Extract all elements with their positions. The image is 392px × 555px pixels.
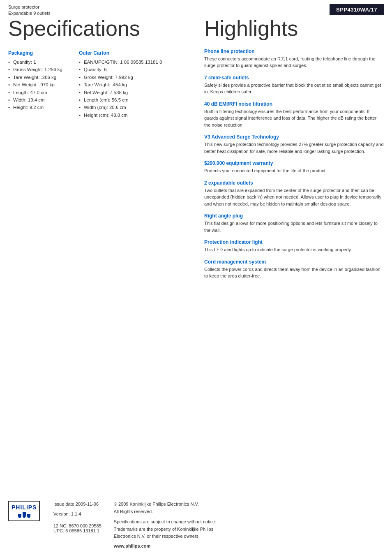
highlight-item: 40 dB EMI/RFI noise filtrationBuilt-in f… bbox=[204, 101, 384, 129]
left-header-area: Surge protector Expandable 9 outlets bbox=[8, 4, 51, 17]
nc-line: 12 NC: 8670 000 29585 bbox=[53, 523, 101, 528]
outer-carton-section: Outer Carton EAN/UPC/GTIN: 1 06 09585 13… bbox=[79, 50, 162, 119]
list-item: Length (cm): 56.5 cm bbox=[79, 96, 162, 104]
highlights-list: Phone line protectionThese connectors ac… bbox=[204, 49, 384, 280]
list-item: Width (cm): 20.6 cm bbox=[79, 104, 162, 111]
page-title: Specifications bbox=[8, 17, 188, 40]
list-item: Gross Weight: 7.992 kg bbox=[79, 74, 162, 81]
footer-issue-date: Issue date 2009-11-06 bbox=[53, 501, 101, 508]
upc-line: UPC: 6 09585 13181 1 bbox=[53, 528, 101, 533]
footer-version: Version: 1.1.4 bbox=[53, 511, 101, 518]
shield-left bbox=[18, 514, 21, 518]
highlight-heading: V3 Advanced Surge Technology bbox=[204, 134, 384, 140]
footer-copyright: © 2009 Koninklijke Philips Electronics N… bbox=[114, 501, 384, 515]
packaging-list: Quantity: 1Gross Weight: 1.256 kgTare We… bbox=[8, 58, 62, 111]
highlight-text: This new surge protection technology pro… bbox=[204, 141, 384, 155]
version-value: 1.1.4 bbox=[71, 511, 81, 516]
highlight-text: Safety slides provide a protective barri… bbox=[204, 82, 384, 95]
outer-carton-list: EAN/UPC/GTIN: 1 06 09585 13181 8Quantity… bbox=[79, 58, 162, 119]
highlight-heading: Right angle plug bbox=[204, 213, 384, 219]
issue-date-label: Issue date bbox=[53, 502, 74, 506]
shield-right bbox=[27, 514, 30, 518]
upc-label: UPC: bbox=[53, 528, 64, 533]
main-content: Specifications Packaging Quantity: 1Gros… bbox=[0, 17, 392, 285]
list-item: Width: 19.4 cm bbox=[8, 96, 62, 104]
highlights-title: Highlights bbox=[204, 17, 384, 40]
page-container: Surge protector Expandable 9 outlets SPP… bbox=[0, 0, 392, 555]
header-top-bar: Surge protector Expandable 9 outlets SPP… bbox=[0, 0, 392, 17]
specs-columns: Packaging Quantity: 1Gross Weight: 1.256… bbox=[8, 50, 188, 127]
highlight-item: 7 child-safe outletsSafety slides provid… bbox=[204, 75, 384, 95]
list-item: Length: 47.0 cm bbox=[8, 89, 62, 96]
highlight-text: This flat design allows for more positio… bbox=[204, 220, 384, 234]
left-column: Specifications Packaging Quantity: 1Gros… bbox=[8, 17, 196, 285]
footer: PHILIPS Issue date 2009-11-06 Version: 1… bbox=[0, 494, 392, 555]
highlight-heading: 7 child-safe outlets bbox=[204, 75, 384, 81]
list-item: Tare Weight: .454 kg bbox=[79, 81, 162, 88]
footer-disclaimer: Specifications are subject to change wit… bbox=[114, 518, 384, 540]
product-sub: Expandable 9 outlets bbox=[8, 10, 51, 16]
highlight-text: Protects your connected equipment for th… bbox=[204, 167, 384, 174]
nc-label: 12 NC: bbox=[53, 523, 67, 528]
list-item: Quantity: 1 bbox=[8, 58, 62, 66]
product-line: Surge protector bbox=[8, 4, 51, 10]
highlight-item: Protection indicator lightThis LED alert… bbox=[204, 239, 384, 253]
highlight-heading: Cord management system bbox=[204, 259, 384, 265]
highlight-item: Cord management systemCollects the power… bbox=[204, 259, 384, 280]
footer-metadata: Issue date 2009-11-06 Version: 1.1.4 12 … bbox=[53, 501, 101, 533]
list-item: Tare Weight: .286 kg bbox=[8, 74, 62, 81]
highlight-text: These connectors accommodate an RJ11 cor… bbox=[204, 56, 384, 69]
footer-right: © 2009 Koninklijke Philips Electronics N… bbox=[110, 501, 384, 548]
packaging-section: Packaging Quantity: 1Gross Weight: 1.256… bbox=[8, 50, 62, 119]
list-item: Net Weight: .970 kg bbox=[8, 81, 62, 88]
version-label: Version: bbox=[53, 511, 70, 516]
highlight-item: 2 expandable outletsTwo outlets that are… bbox=[204, 180, 384, 208]
nc-value: 8670 000 29585 bbox=[69, 523, 101, 528]
philips-logo-text: PHILIPS bbox=[12, 504, 37, 511]
list-item: Height: 9.2 cm bbox=[8, 104, 62, 111]
highlight-item: Phone line protectionThese connectors ac… bbox=[204, 49, 384, 69]
upc-value: 6 09585 13181 1 bbox=[65, 528, 99, 533]
footer-website: www.philips.com bbox=[114, 543, 384, 548]
highlight-heading: 40 dB EMI/RFI noise filtration bbox=[204, 101, 384, 107]
highlight-text: Built-in filtering technology ensures th… bbox=[204, 108, 384, 129]
outer-carton-heading: Outer Carton bbox=[79, 50, 162, 56]
philips-logo: PHILIPS bbox=[8, 501, 40, 521]
highlight-item: $200,000 equipment warrantyProtects your… bbox=[204, 160, 384, 174]
highlight-item: V3 Advanced Surge TechnologyThis new sur… bbox=[204, 134, 384, 155]
list-item: Gross Weight: 1.256 kg bbox=[8, 66, 62, 73]
packaging-heading: Packaging bbox=[8, 50, 62, 56]
list-item: EAN/UPC/GTIN: 1 06 09585 13181 8 bbox=[79, 58, 162, 66]
product-code: SPP4310WA/17 bbox=[330, 4, 384, 15]
footer-nc: 12 NC: 8670 000 29585 UPC: 6 09585 13181… bbox=[53, 523, 101, 533]
highlight-item: Right angle plugThis flat design allows … bbox=[204, 213, 384, 234]
highlight-heading: Phone line protection bbox=[204, 49, 384, 54]
highlight-heading: $200,000 equipment warranty bbox=[204, 160, 384, 166]
highlight-heading: Protection indicator light bbox=[204, 239, 384, 245]
list-item: Height (cm): 48.8 cm bbox=[79, 111, 162, 119]
highlight-text: Two outlets that are expanded from the c… bbox=[204, 187, 384, 208]
highlight-text: This LED alert lights up to indicate the… bbox=[204, 246, 384, 253]
list-item: Quantity: 6 bbox=[79, 66, 162, 73]
right-column: Highlights Phone line protectionThese co… bbox=[196, 17, 384, 285]
highlight-heading: 2 expandable outlets bbox=[204, 180, 384, 186]
issue-date-value: 2009-11-06 bbox=[76, 502, 99, 506]
list-item: Net Weight: 7.538 kg bbox=[79, 89, 162, 96]
philips-shields-icon bbox=[12, 512, 37, 518]
shield-center bbox=[23, 512, 26, 518]
highlight-text: Collects the power cords and directs the… bbox=[204, 266, 384, 280]
footer-logo-area: PHILIPS bbox=[8, 501, 41, 521]
